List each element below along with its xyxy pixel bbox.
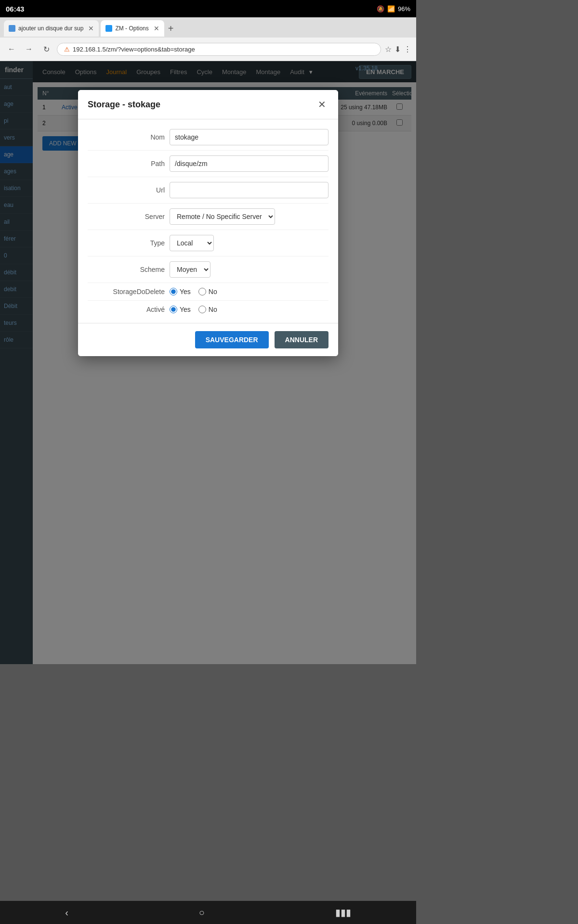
active-radio-group: Yes No <box>170 306 217 313</box>
battery-level: 96% <box>398 5 410 13</box>
server-label: Server <box>88 213 165 220</box>
storage-do-delete-yes-option[interactable]: Yes <box>170 288 191 295</box>
tab2-label: ZM - Options <box>115 25 148 32</box>
tab2-close[interactable]: ✕ <box>154 25 159 32</box>
active-no-radio[interactable] <box>198 306 206 313</box>
storage-do-delete-no-radio[interactable] <box>198 288 206 295</box>
bookmark-icon[interactable]: ☆ <box>385 45 392 54</box>
modal-storage: Storage - stokage ✕ Nom Path Url <box>78 90 338 356</box>
storage-do-delete-yes-radio[interactable] <box>170 288 177 295</box>
server-select[interactable]: Remote / No Specific Server Local Server <box>170 208 275 225</box>
type-select[interactable]: Local Remote <box>170 235 214 251</box>
storage-do-delete-label: StorageDoDelete <box>88 288 165 295</box>
tab1-icon <box>9 25 15 32</box>
tab-bar: ajouter un disque dur sup ✕ ZM - Options… <box>0 17 416 38</box>
download-icon[interactable]: ⬇ <box>394 45 401 54</box>
scheme-label: Scheme <box>88 266 165 273</box>
tab1-close[interactable]: ✕ <box>88 25 94 32</box>
active-yes-radio[interactable] <box>170 306 177 313</box>
form-row-path: Path <box>88 151 328 177</box>
modal-close-button[interactable]: ✕ <box>315 98 328 111</box>
browser-chrome: ajouter un disque dur sup ✕ ZM - Options… <box>0 17 416 61</box>
nom-input[interactable] <box>170 129 328 145</box>
type-label: Type <box>88 239 165 247</box>
modal-title: Storage - stokage <box>88 100 160 110</box>
new-tab-button[interactable]: + <box>168 23 174 34</box>
active-yes-label: Yes <box>180 306 191 313</box>
security-warning-icon: ⚠ <box>64 46 70 53</box>
url-input[interactable] <box>170 182 328 198</box>
form-row-url: Url <box>88 177 328 204</box>
storage-do-delete-no-label: No <box>209 288 217 295</box>
url-text: 192.168.1.5/zm/?view=options&tab=storage <box>73 46 195 53</box>
path-input[interactable] <box>170 155 328 172</box>
forward-button[interactable]: → <box>22 42 36 56</box>
active-yes-option[interactable]: Yes <box>170 306 191 313</box>
cancel-button[interactable]: ANNULER <box>275 331 328 348</box>
nom-label: Nom <box>88 133 165 141</box>
modal-overlay: Storage - stokage ✕ Nom Path Url <box>0 61 416 664</box>
tab-1[interactable]: ajouter un disque dur sup ✕ <box>4 20 99 37</box>
tab-2[interactable]: ZM - Options ✕ <box>101 20 164 37</box>
form-row-type: Type Local Remote <box>88 230 328 257</box>
menu-icon[interactable]: ⋮ <box>404 45 411 54</box>
storage-do-delete-no-option[interactable]: No <box>198 288 217 295</box>
address-bar: ← → ↻ ⚠ 192.168.1.5/zm/?view=options&tab… <box>0 38 416 61</box>
active-no-option[interactable]: No <box>198 306 217 313</box>
path-label: Path <box>88 160 165 167</box>
form-row-storage-do-delete: StorageDoDelete Yes No <box>88 283 328 301</box>
mute-icon: 🔕 <box>377 5 384 13</box>
form-row-server: Server Remote / No Specific Server Local… <box>88 204 328 230</box>
wifi-icon: 📶 <box>387 5 395 13</box>
form-row-active: Activé Yes No <box>88 301 328 318</box>
scheme-select[interactable]: Moyen Faible Fort <box>170 261 210 278</box>
modal-header: Storage - stokage ✕ <box>78 90 338 119</box>
storage-do-delete-radio-group: Yes No <box>170 288 217 295</box>
modal-footer: SAUVEGARDER ANNULER <box>78 323 338 356</box>
save-button[interactable]: SAUVEGARDER <box>195 331 269 348</box>
form-row-scheme: Scheme Moyen Faible Fort <box>88 257 328 283</box>
tab2-icon <box>105 25 112 32</box>
status-bar: 06:43 🔕 📶 96% <box>0 0 416 17</box>
storage-do-delete-yes-label: Yes <box>180 288 191 295</box>
active-label: Activé <box>88 306 165 313</box>
form-row-nom: Nom <box>88 124 328 151</box>
tab1-label: ajouter un disque dur sup <box>18 25 83 32</box>
modal-body: Nom Path Url Server Remote / No S <box>78 119 338 323</box>
status-time: 06:43 <box>6 5 24 13</box>
reload-button[interactable]: ↻ <box>39 42 53 56</box>
app-background: finder aut age pi vers age ages isation … <box>0 61 416 664</box>
active-no-label: No <box>209 306 217 313</box>
back-button[interactable]: ← <box>5 42 18 56</box>
url-bar[interactable]: ⚠ 192.168.1.5/zm/?view=options&tab=stora… <box>57 43 381 56</box>
url-label: Url <box>88 186 165 194</box>
